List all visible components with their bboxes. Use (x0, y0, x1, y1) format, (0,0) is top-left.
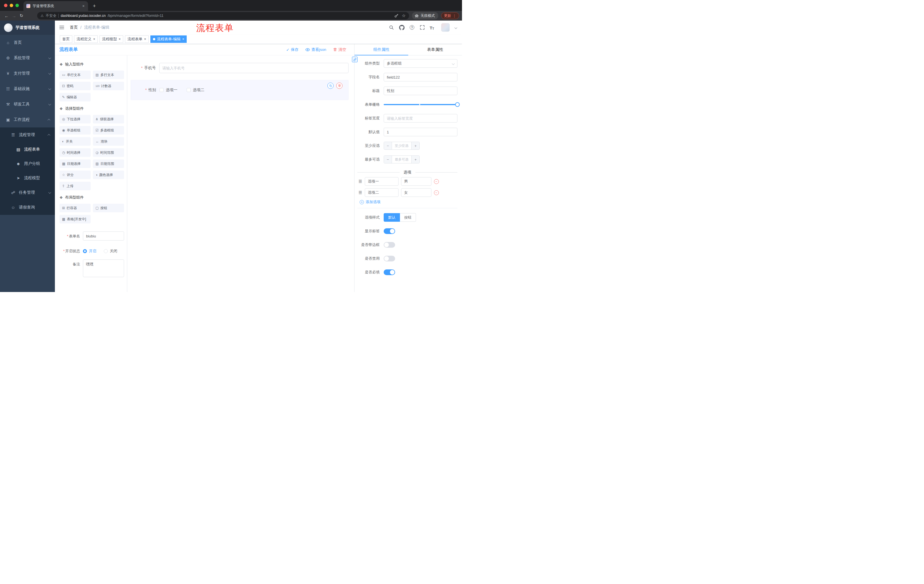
font-size-icon[interactable]: TT (430, 25, 436, 30)
drag-handle-icon[interactable]: ☰ (358, 190, 362, 195)
view-json-button[interactable]: 查看json (305, 47, 326, 52)
github-icon[interactable] (399, 25, 404, 30)
decrease-button[interactable]: − (384, 142, 392, 150)
sidebar-item-infrastructure[interactable]: ☷ 基础设施 (0, 81, 55, 97)
reload-icon[interactable]: ↻ (18, 12, 25, 20)
sidebar-item-process-form[interactable]: ▤ 流程表单 (0, 142, 55, 156)
copy-field-button[interactable] (327, 82, 333, 89)
link-icon[interactable] (352, 57, 358, 62)
tag-process-model[interactable]: 流程模型 × (99, 35, 123, 43)
browser-menu-dots-icon[interactable]: ⋮ (452, 14, 456, 18)
drag-handle-icon[interactable]: ☰ (358, 179, 362, 184)
tag-process-definition[interactable]: 流程定义 × (74, 35, 98, 43)
sidebar-item-process-model[interactable]: ➤ 流程模型 (0, 171, 55, 185)
sidebar-item-system[interactable]: ⚙ 系统管理 (0, 50, 55, 66)
required-toggle[interactable] (384, 270, 395, 275)
gender-checkbox-option1[interactable]: 选项一 (160, 87, 178, 92)
label-width-input[interactable] (384, 114, 457, 123)
palette-item-time-range[interactable]: ◶时间范围 (93, 148, 124, 157)
status-radio-open[interactable]: 开启 (83, 248, 96, 254)
selected-field-gender[interactable]: * 性别 选项一 选项二 (130, 80, 348, 100)
palette-item-button[interactable]: ▢按钮 (93, 204, 124, 212)
form-name-input[interactable] (83, 232, 124, 240)
palette-item-slider[interactable]: ↔滑块 (93, 137, 124, 146)
sidebar-collapse-icon[interactable] (59, 25, 64, 30)
sidebar-item-leave-query[interactable]: ☺ 请假查询 (0, 200, 55, 215)
bookmark-star-icon[interactable]: ☆ (402, 13, 406, 18)
forward-icon[interactable]: → (10, 12, 18, 20)
remove-option-button[interactable]: − (434, 179, 439, 184)
max-select-stepper[interactable]: − 最多可选 + (384, 155, 420, 163)
add-option-button[interactable]: + 添加选项 (360, 199, 457, 204)
tab-form-props[interactable]: 表单属性 (408, 44, 462, 55)
option2-name-input[interactable] (365, 188, 399, 197)
field-name-input[interactable] (384, 73, 457, 81)
browser-tab[interactable]: 芋道管理系统 × (23, 1, 88, 11)
max-select-value[interactable]: 最多可选 (392, 156, 411, 163)
sidebar-item-process-management[interactable]: ☰ 流程管理 (0, 127, 55, 142)
field-phone[interactable]: * 手机号 (130, 63, 348, 73)
option1-name-input[interactable] (365, 177, 399, 186)
new-tab-button[interactable]: + (90, 2, 98, 10)
style-button-button[interactable]: 按钮 (400, 213, 416, 222)
tag-home[interactable]: 首页 (60, 35, 72, 43)
sidebar-item-devtools[interactable]: ⚒ 研发工具 (0, 97, 55, 112)
browser-update-button[interactable]: 更新 ⋮ (441, 12, 459, 19)
disabled-toggle[interactable] (384, 256, 395, 262)
title-input[interactable] (384, 87, 457, 95)
slider-handle[interactable] (455, 102, 460, 107)
address-bar[interactable]: ⚠ 不安全 dashboard.yudao.iocoder.cn /bpm/ma… (37, 12, 409, 20)
palette-item-time-picker[interactable]: ◷时间选择 (59, 148, 91, 157)
show-label-toggle[interactable] (384, 228, 395, 234)
form-remark-textarea[interactable]: 嘿嘿 (83, 260, 124, 277)
palette-item-single-line-text[interactable]: ▭单行文本 (59, 71, 91, 79)
window-zoom-button[interactable] (15, 4, 19, 7)
avatar-dropdown-icon[interactable] (455, 26, 457, 29)
window-close-button[interactable] (4, 4, 7, 7)
component-type-select[interactable]: 多选框组 (384, 59, 457, 68)
palette-item-date-picker[interactable]: ▦日期选择 (59, 160, 91, 168)
palette-item-select[interactable]: ◎下拉选择 (59, 115, 91, 123)
tag-process-form[interactable]: 流程表单 × (125, 35, 148, 43)
form-grid-slider[interactable] (384, 104, 457, 105)
gender-checkbox-option2[interactable]: 选项二 (187, 87, 205, 92)
palette-item-cascader[interactable]: ⋔级联选择 (93, 115, 124, 123)
palette-item-multiline-text[interactable]: ▤多行文本 (93, 71, 124, 79)
tab-component-props[interactable]: 组件属性 (355, 44, 408, 55)
clear-button[interactable]: 清空 (333, 47, 346, 52)
palette-item-password[interactable]: ⊡密码 (59, 82, 91, 90)
increase-button[interactable]: + (411, 156, 419, 163)
increase-button[interactable]: + (411, 142, 419, 150)
palette-item-checkbox-group[interactable]: ☑多选框组 (93, 126, 124, 135)
back-icon[interactable]: ← (3, 12, 10, 20)
fullscreen-icon[interactable] (419, 25, 425, 30)
breadcrumb-home[interactable]: 首页 (70, 25, 78, 30)
palette-item-upload[interactable]: ⇧上传 (59, 182, 91, 190)
palette-item-counter[interactable]: 123计数器 (93, 82, 124, 90)
default-value-input[interactable] (384, 128, 457, 136)
palette-item-editor[interactable]: ✎编辑器 (59, 93, 91, 102)
style-default-button[interactable]: 默认 (384, 213, 400, 222)
window-minimize-button[interactable] (10, 4, 13, 7)
close-icon[interactable]: × (119, 37, 120, 41)
sidebar-item-home[interactable]: ⌂ 首页 (0, 35, 55, 50)
palette-item-date-range[interactable]: ▧日期范围 (93, 160, 124, 168)
option2-value-input[interactable] (401, 188, 431, 197)
palette-item-radio-group[interactable]: ◉单选框组 (59, 126, 91, 135)
min-select-stepper[interactable]: − 至少应选 + (384, 142, 420, 150)
min-select-value[interactable]: 至少应选 (392, 142, 411, 150)
avatar[interactable] (441, 23, 450, 32)
save-button[interactable]: ✓ 保存 (286, 47, 299, 52)
tag-process-form-edit[interactable]: 流程表单-编辑 × (150, 35, 187, 43)
remove-option-button[interactable]: − (434, 190, 439, 195)
sidebar-item-user-group[interactable]: ☻ 用户分组 (0, 156, 55, 171)
palette-item-color-picker[interactable]: ◑颜色选择 (93, 171, 124, 179)
decrease-button[interactable]: − (384, 156, 392, 163)
sidebar-item-task-management[interactable]: ☍ 任务管理 (0, 185, 55, 200)
option1-value-input[interactable] (401, 177, 431, 186)
close-icon[interactable]: × (93, 37, 95, 41)
status-radio-closed[interactable]: 关闭 (104, 248, 117, 254)
password-key-icon[interactable] (394, 14, 399, 18)
close-icon[interactable]: × (144, 37, 146, 41)
search-icon[interactable] (389, 25, 394, 30)
